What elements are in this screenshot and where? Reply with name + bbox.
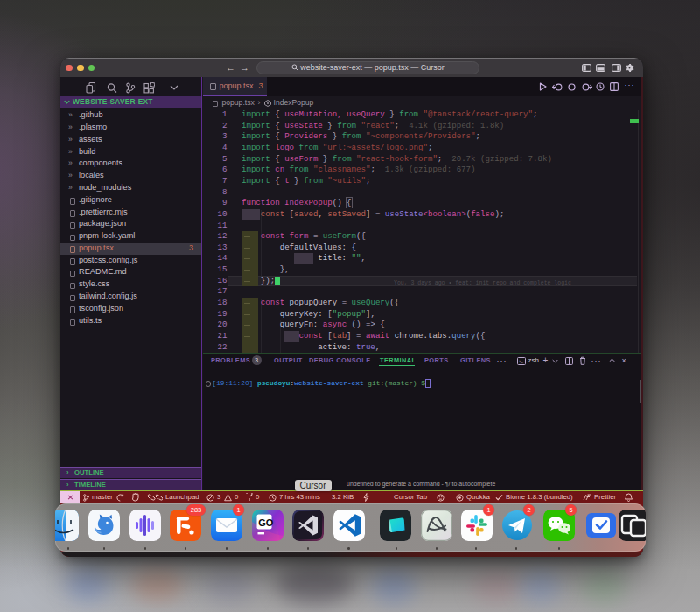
svg-text:GO: GO (258, 517, 274, 528)
